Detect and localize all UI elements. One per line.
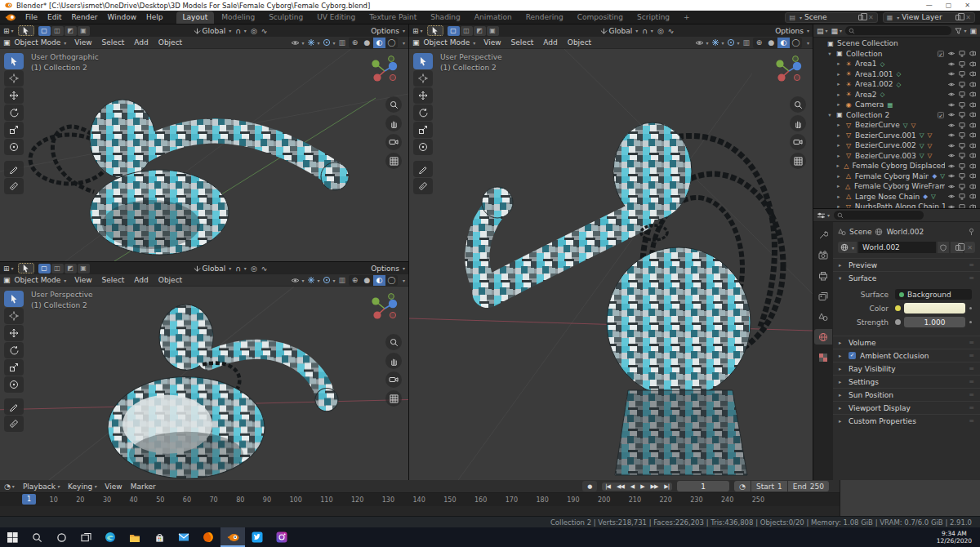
render-disable-icon[interactable] [969,142,977,149]
blender-logo-icon[interactable] [5,14,16,21]
xray-toggle[interactable]: ▥ [338,276,345,284]
new-view-layer-icon[interactable] [956,15,960,20]
hide-eye-icon[interactable] [947,203,956,208]
start-button[interactable] [0,527,24,547]
minimize-button[interactable]: — [926,2,933,9]
viewport-disable-icon[interactable] [958,70,966,78]
tab-render[interactable] [814,247,832,263]
viewport-canvas[interactable]: User Orthographic (1) Collection 2 [0,49,408,261]
current-frame-field[interactable]: 1 [677,481,729,491]
select-mode-intersect-button[interactable]: ▣ [78,26,90,36]
hide-eye-icon[interactable] [947,122,956,129]
collection-checkbox[interactable] [938,112,944,118]
transform-orientation-dropdown[interactable]: Global▾ [600,27,639,35]
viewport-menu-item[interactable]: View [70,275,96,285]
collection-checkbox[interactable] [938,51,944,57]
active-tool-button[interactable] [427,25,443,36]
use-preview-range-button[interactable]: ◔ [734,481,751,491]
tab-output[interactable] [814,268,832,283]
render-disable-icon[interactable] [969,111,977,118]
app-menu-item[interactable]: Edit [42,11,66,23]
tool-scale-button[interactable] [4,359,24,376]
tool-rotate-button[interactable] [4,342,24,358]
expand-caret-icon[interactable]: ▸ [835,71,842,78]
tool-measure-button[interactable] [4,416,24,432]
editor-type-button[interactable]: ⊞▾ [3,265,14,273]
gizmos-toggle[interactable]: ▾ [307,276,319,284]
expand-caret-icon[interactable]: ▸ [835,81,842,87]
workspace-tab[interactable]: UV Editing [310,11,362,24]
viewport-disable-icon[interactable] [958,60,966,68]
select-mode-subtract-button[interactable]: ◩ [65,26,77,36]
render-disable-icon[interactable] [969,203,977,208]
outliner-row[interactable]: ▸ ☀ Area1.002 ◇ [813,79,980,90]
tool-measure-button[interactable] [413,178,433,194]
render-disable-icon[interactable] [969,101,977,109]
file-explorer-button[interactable] [122,527,147,547]
select-mode-new-button[interactable]: ▢ [38,26,51,36]
viewport-top-left[interactable]: ⊞▾ ▢ ◫ ◩ ▣ Global▾ ∩▾ ◎ ∿ Options▾ ▣ Obj [0,24,408,261]
new-scene-icon[interactable] [858,15,863,20]
end-frame-field[interactable]: End250 [788,481,829,491]
pan-button[interactable] [790,115,806,131]
snap-toggle[interactable]: ∩▾ [642,27,653,35]
twitter-button[interactable] [245,527,270,547]
pin-icon[interactable] [968,228,975,236]
navigation-gizmo[interactable] [366,52,403,90]
outliner-editor-type-button[interactable]: ▤▾ [817,27,828,35]
hide-eye-icon[interactable] [947,60,956,68]
app-menu-item[interactable]: Help [141,11,168,23]
tab-scene[interactable] [814,309,832,324]
workspace-tab[interactable]: + [677,11,697,24]
maximize-button[interactable]: ▢ [946,2,952,9]
outliner-row[interactable]: ▸ △ Female Cyborg WireFrame [813,181,980,192]
hide-eye-icon[interactable] [947,101,956,109]
properties-panel-header[interactable]: ▸ Sun Position ≡ [833,388,980,401]
instagram-button[interactable] [270,527,294,547]
outliner-row[interactable]: ▸ ▽ BezierCurve.002 ▽ ▽ [813,140,980,151]
workspace-tab[interactable]: Sculpting [262,11,310,24]
color-swatch[interactable] [904,303,965,314]
playback-button[interactable]: ▶ [637,483,647,491]
workspace-tab[interactable]: Animation [468,11,519,24]
tool-rotate-button[interactable] [413,105,433,121]
expand-caret-icon[interactable]: ▸ [835,60,842,67]
proportional-falloff-dropdown[interactable]: ∿ [261,265,268,273]
properties-panel-header[interactable]: ▸ Ray Visibility ≡ [833,362,980,375]
shading-material-button[interactable]: ◐ [373,38,385,48]
world-browse-dropdown[interactable]: ▾ [838,242,857,253]
hide-eye-icon[interactable] [947,50,956,57]
viewport-disable-icon[interactable] [958,203,966,208]
outliner-item-label[interactable]: BezierCurve [855,121,900,129]
object-types-dropdown[interactable]: ▾ [695,39,708,47]
properties-panel-header[interactable]: ▸ Settings ≡ [833,375,980,388]
viewport-bottom-left[interactable]: ⊞▾ ▢ ◫ ◩ ▣ Global▾ ∩▾ ◎ ∿ Options▾ ▣ Obj [0,262,408,480]
camera-view-button[interactable] [385,371,402,388]
viewport-disable-icon[interactable] [958,142,966,149]
viewport-menu-item[interactable]: Select [98,275,129,285]
expand-caret-icon[interactable]: ▸ [835,203,842,208]
expand-caret-icon[interactable]: ▾ [826,51,833,57]
viewport-disable-icon[interactable] [958,111,966,118]
viewport-menu-item[interactable]: Object [564,38,595,47]
hide-eye-icon[interactable] [947,131,956,139]
tool-select-button[interactable] [413,53,433,69]
expand-caret-icon[interactable]: ▸ [835,101,842,108]
viewport-disable-icon[interactable] [958,172,966,180]
outliner-row[interactable]: ▾ ▣ Collection [813,49,980,60]
shading-solid-button[interactable]: ● [361,38,373,48]
select-mode-new-button[interactable]: ▢ [38,264,51,274]
pan-button[interactable] [385,353,402,369]
workspace-tab[interactable]: Texture Paint [363,11,423,24]
proportional-edit-toggle[interactable]: ◎ [657,27,664,35]
task-view-button[interactable] [74,527,98,547]
start-frame-field[interactable]: Start1 [751,481,787,491]
select-mode-subtract-button[interactable]: ◩ [474,26,486,36]
tool-cursor-button[interactable] [4,70,24,87]
snap-toggle[interactable]: ∩▾ [235,27,247,35]
tool-cursor-button[interactable] [413,70,433,87]
viewport-menu-item[interactable]: Select [98,38,129,47]
shading-rendered-button[interactable]: ◯ [790,38,802,48]
playback-button[interactable]: ▶| [661,483,672,491]
expand-caret-icon[interactable]: ▸ [835,173,842,180]
